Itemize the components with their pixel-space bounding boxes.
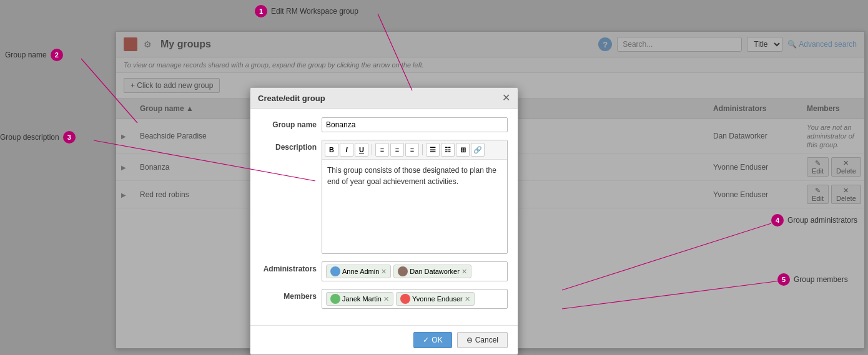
link-button[interactable]: 🔗 [471, 143, 485, 157]
member-remove-2[interactable]: ✕ [465, 296, 470, 303]
callout-4: 4 Group administrators [771, 214, 857, 226]
group-name-label: Group name [260, 117, 317, 129]
toolbar: B I U ≡ ≡ ≡ ☰ ☷ ⊞ 🔗 [322, 140, 507, 160]
members-row: Members Janek Martin ✕ Yvonne Enduser ✕ [260, 289, 508, 309]
modal-body: Group name Description B I U ≡ ≡ ≡ ☰ ☷ ⊞ [250, 109, 518, 325]
italic-button[interactable]: I [340, 143, 353, 157]
member-remove-1[interactable]: ✕ [383, 296, 389, 303]
bold-button[interactable]: B [325, 143, 338, 157]
group-name-input[interactable] [322, 117, 508, 132]
admin-tag-1: Anne Admin ✕ [326, 265, 391, 278]
list-button[interactable]: ☰ [426, 143, 440, 157]
callout-label-4: Group administrators [787, 216, 857, 225]
callout-badge-4: 4 [771, 214, 784, 226]
toolbar-sep-2 [422, 144, 423, 155]
member-tag-2: Yvonne Enduser ✕ [396, 292, 475, 306]
member-avatar-2 [400, 294, 410, 304]
callout-label-2: Group name [5, 51, 47, 59]
description-row: Description B I U ≡ ≡ ≡ ☰ ☷ ⊞ 🔗 This gro… [260, 140, 508, 254]
admin-remove-2[interactable]: ✕ [461, 268, 467, 275]
admin-avatar-2 [398, 266, 408, 276]
modal-close-button[interactable]: ✕ [502, 93, 510, 103]
modal-title: Create/edit group [258, 94, 325, 103]
modal-footer: ✓ OK ⊖ Cancel [250, 325, 518, 354]
callout-3: Group description 3 [0, 131, 76, 143]
indent-button[interactable]: ⊞ [456, 143, 470, 157]
ordered-list-button[interactable]: ☷ [441, 143, 455, 157]
align-right-button[interactable]: ≡ [405, 143, 419, 157]
admin-avatar-1 [330, 266, 340, 276]
administrators-label: Administrators [260, 261, 317, 273]
align-left-button[interactable]: ≡ [375, 143, 389, 157]
admin-remove-1[interactable]: ✕ [381, 268, 387, 275]
modal-header: Create/edit group ✕ [250, 88, 518, 109]
toolbar-sep-1 [372, 144, 372, 155]
callout-badge-5: 5 [777, 273, 790, 286]
ok-button[interactable]: ✓ OK [413, 332, 451, 348]
description-label: Description [260, 140, 317, 152]
callout-label-3: Group description [0, 133, 59, 142]
callout-badge-3: 3 [63, 131, 76, 143]
cancel-icon: ⊖ [466, 336, 473, 344]
member-avatar-1 [330, 294, 340, 304]
callout-label-1: Edit RM Workspace group [271, 7, 358, 16]
admin-name-1: Anne Admin [342, 268, 379, 275]
group-name-row: Group name [260, 117, 508, 132]
members-label: Members [260, 289, 317, 301]
callout-badge-1: 1 [255, 5, 267, 17]
admin-tag-2: Dan Dataworker ✕ [393, 265, 471, 278]
callout-2: Group name 2 [5, 49, 63, 61]
check-icon: ✓ [423, 336, 429, 344]
align-center-button[interactable]: ≡ [390, 143, 404, 157]
member-tag-1: Janek Martin ✕ [326, 292, 393, 306]
callout-5: 5 Group members [777, 273, 848, 286]
callout-badge-2: 2 [51, 49, 63, 61]
members-field[interactable]: Janek Martin ✕ Yvonne Enduser ✕ [322, 289, 508, 309]
administrators-field[interactable]: Anne Admin ✕ Dan Dataworker ✕ [322, 261, 508, 281]
modal-dialog: Create/edit group ✕ Group name Descripti… [250, 87, 518, 355]
description-content[interactable]: This group consists of those designated … [322, 160, 507, 253]
rich-editor: B I U ≡ ≡ ≡ ☰ ☷ ⊞ 🔗 This group consists … [322, 140, 508, 254]
cancel-button[interactable]: ⊖ Cancel [457, 332, 508, 348]
administrators-row: Administrators Anne Admin ✕ Dan Datawork… [260, 261, 508, 281]
callout-1: 1 Edit RM Workspace group [255, 5, 358, 17]
callout-label-5: Group members [794, 275, 848, 284]
admin-name-2: Dan Dataworker [410, 268, 459, 275]
member-name-2: Yvonne Enduser [412, 295, 463, 303]
underline-button[interactable]: U [355, 143, 368, 157]
member-name-1: Janek Martin [342, 295, 382, 303]
